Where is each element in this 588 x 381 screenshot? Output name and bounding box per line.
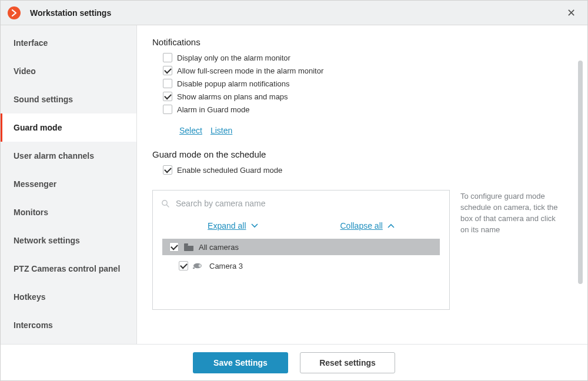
option-show-alarms-plans-maps[interactable]: Show alarms on plans and maps (163, 92, 572, 101)
checkbox[interactable] (163, 165, 172, 175)
window-title: Workstation settings (30, 8, 562, 18)
sidebar-item-label: Interface (14, 38, 48, 48)
sidebar-item-network-settings[interactable]: Network settings (1, 226, 136, 255)
sidebar-item-intercoms[interactable]: Intercoms (1, 311, 136, 339)
sidebar-item-label: User alarm channels (14, 151, 94, 161)
sidebar-item-label: Video (14, 66, 36, 76)
sidebar-item-hotkeys[interactable]: Hotkeys (1, 283, 136, 311)
expand-collapse-row: Expand all Collapse all (153, 216, 449, 239)
titlebar: Workstation settings ✕ (1, 1, 587, 25)
main-panel: Notifications Display only on the alarm … (137, 25, 587, 344)
tree-row-all-cameras[interactable]: All cameras (162, 239, 440, 255)
option-display-only-alarm-monitor[interactable]: Display only on the alarm monitor (163, 53, 572, 62)
sidebar-item-user-alarm-channels[interactable]: User alarm channels (1, 142, 136, 170)
tree-label: Camera 3 (209, 262, 243, 270)
sidebar-item-messenger[interactable]: Messenger (1, 170, 136, 198)
option-enable-scheduled-guard[interactable]: Enable scheduled Guard mode (163, 165, 572, 175)
tree-label: All cameras (199, 243, 239, 252)
checkbox[interactable] (163, 79, 172, 88)
sidebar-item-label: PTZ Cameras control panel (14, 264, 120, 273)
sidebar: Interface Video Sound settings Guard mod… (1, 25, 137, 344)
option-label: Disable popup alarm notifications (177, 79, 290, 88)
scrollbar-thumb[interactable] (578, 61, 583, 284)
option-label: Allow full-screen mode in the alarm moni… (177, 66, 323, 75)
checkbox[interactable] (163, 66, 172, 75)
window-body: Interface Video Sound settings Guard mod… (1, 25, 587, 344)
folder-icon (183, 243, 194, 251)
checkbox[interactable] (169, 242, 179, 252)
checkbox[interactable] (163, 53, 172, 62)
sidebar-item-export[interactable]: Export (1, 339, 136, 344)
close-icon[interactable]: ✕ (562, 4, 580, 22)
search-wrap (153, 190, 449, 216)
sidebar-item-ptz-cameras-control-panel[interactable]: PTZ Cameras control panel (1, 255, 136, 283)
schedule-row: Expand all Collapse all (152, 178, 572, 310)
settings-window: Workstation settings ✕ Interface Video S… (0, 0, 588, 381)
expand-all-link[interactable]: Expand all (208, 221, 258, 230)
notifications-title: Notifications (152, 37, 572, 47)
expand-all-label: Expand all (208, 221, 246, 230)
collapse-all-link[interactable]: Collapse all (340, 221, 395, 230)
schedule-hint: To configure guard mode schedule on came… (460, 191, 560, 235)
checkbox[interactable] (179, 261, 188, 270)
search-icon (161, 199, 170, 208)
sidebar-item-label: Hotkeys (14, 292, 45, 302)
option-alarm-in-guard-mode[interactable]: Alarm in Guard mode (163, 105, 572, 114)
sidebar-item-video[interactable]: Video (1, 57, 136, 85)
select-link[interactable]: Select (179, 126, 202, 135)
camera-icon (193, 262, 205, 269)
option-label: Display only on the alarm monitor (177, 54, 290, 62)
reset-settings-button[interactable]: Reset settings (300, 352, 395, 373)
sidebar-item-label: Messenger (14, 179, 56, 189)
notification-links: Select Listen (179, 126, 572, 135)
app-icon (8, 6, 21, 19)
camera-tree: All cameras Camera 3 (153, 239, 449, 274)
checkbox[interactable] (163, 105, 172, 114)
sidebar-item-guard-mode[interactable]: Guard mode (1, 113, 136, 142)
save-settings-button[interactable]: Save Settings (193, 352, 288, 373)
option-label: Alarm in Guard mode (177, 105, 250, 114)
sidebar-item-label: Monitors (14, 208, 48, 217)
listen-link[interactable]: Listen (211, 126, 232, 135)
sidebar-item-sound-settings[interactable]: Sound settings (1, 85, 136, 113)
sidebar-item-monitors[interactable]: Monitors (1, 198, 136, 226)
option-label: Enable scheduled Guard mode (177, 166, 282, 175)
option-allow-fullscreen-alarm[interactable]: Allow full-screen mode in the alarm moni… (163, 66, 572, 75)
chevron-up-icon (387, 223, 395, 228)
tree-row-camera-3[interactable]: Camera 3 (162, 258, 440, 274)
svg-line-1 (166, 205, 169, 207)
svg-point-4 (199, 265, 202, 268)
sidebar-item-label: Network settings (14, 236, 80, 245)
svg-rect-2 (184, 243, 188, 245)
sidebar-item-label: Intercoms (14, 320, 53, 330)
checkbox[interactable] (163, 92, 172, 101)
sidebar-item-label: Sound settings (14, 95, 73, 104)
footer: Save Settings Reset settings (1, 344, 587, 380)
chevron-down-icon (251, 223, 258, 228)
camera-list-box: Expand all Collapse all (152, 190, 450, 310)
svg-rect-5 (193, 268, 195, 269)
sidebar-item-label: Guard mode (14, 123, 62, 132)
sidebar-item-interface[interactable]: Interface (1, 29, 136, 57)
collapse-all-label: Collapse all (340, 221, 383, 230)
option-disable-popup-alarm[interactable]: Disable popup alarm notifications (163, 79, 572, 88)
camera-search-input[interactable] (176, 199, 440, 208)
guard-schedule-title: Guard mode on the schedule (152, 149, 572, 159)
option-label: Show alarms on plans and maps (177, 92, 288, 101)
